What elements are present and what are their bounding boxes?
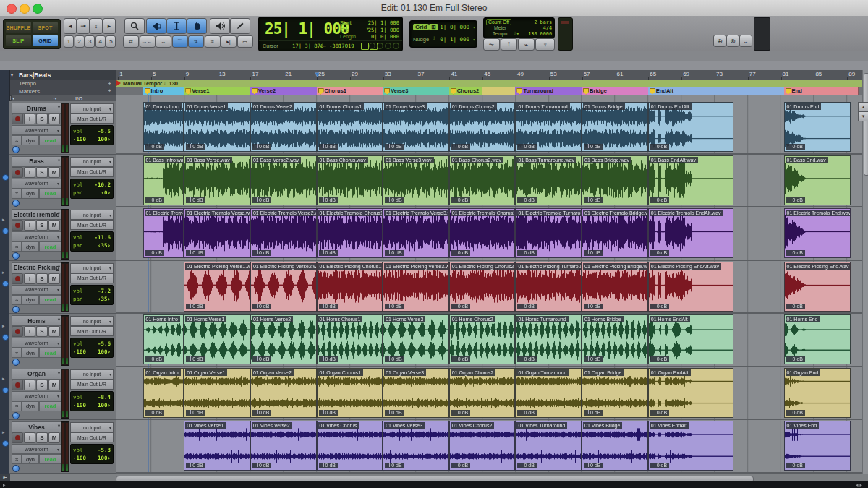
track-view-dropdown-icon[interactable]: ▾ [57, 447, 59, 452]
zoom-preset-3-button[interactable]: 3 [85, 35, 95, 48]
bottom-right-icons[interactable]: ◂ ▸ [856, 481, 862, 488]
input-monitor-button[interactable]: I [24, 432, 35, 443]
clip-gain-badge[interactable]: 0 dB [786, 144, 805, 150]
audio-clip[interactable]: 01 Horns Verse20 dB [250, 314, 317, 364]
input-monitor-button[interactable]: I [24, 273, 35, 284]
zoom-out-horizontal-button[interactable]: ◂ [64, 18, 77, 34]
solo-button[interactable]: S [36, 220, 48, 231]
clip-gain-badge[interactable]: 0 dB [252, 304, 271, 309]
clip-gain-badge[interactable]: 0 dB [650, 356, 669, 362]
clip-gain-badge[interactable]: 0 dB [186, 250, 205, 256]
track-name[interactable]: Drums▾ [12, 103, 61, 114]
track-view-dropdown-icon[interactable]: ▾ [57, 393, 59, 398]
audio-clip[interactable]: 01 Horns Verse10 dB [184, 314, 250, 364]
meter-options-icon[interactable]: ◔▾ [52, 95, 57, 100]
clip-gain-badge[interactable]: 0 dB [319, 356, 338, 362]
audio-clip[interactable]: 01 Drums Intro0 dB [143, 102, 184, 152]
clip-gain-badge[interactable]: 0 dB [517, 144, 536, 150]
audio-clip[interactable]: 01 Drums Verse20 dB [250, 102, 317, 152]
grid-value[interactable]: 1| 0| 000 [440, 24, 469, 30]
clip-gain-badge[interactable]: 0 dB [650, 250, 669, 256]
input-monitor-button[interactable]: I [24, 380, 35, 390]
audio-clip[interactable]: 01 Organ Chorus10 dB [317, 368, 383, 418]
mute-button[interactable]: M [48, 220, 60, 231]
track-name-dropdown-icon[interactable]: ▾ [58, 423, 60, 428]
clip-gain-badge[interactable]: 0 dB [650, 410, 669, 416]
clip-gain-badge[interactable]: 0 dB [145, 144, 164, 150]
audio-clip[interactable]: 01 Electric Picking Chorus1.wav0 dB [317, 262, 383, 312]
audio-clip[interactable]: 01 Bass Verse3.wav0 dB [383, 155, 449, 205]
pan-value[interactable]: ‹35› [98, 296, 111, 302]
main-counter[interactable]: 25| 1| 000 ▾ Start Start End Length 25| … [258, 17, 403, 51]
audio-clip[interactable]: 01 Electric Picking Verse2.wav0 dB [250, 262, 317, 312]
vertical-scrollbar[interactable] [862, 70, 868, 474]
audio-clip[interactable]: 01 Horns EndAlt0 dB [648, 314, 734, 364]
audio-clip[interactable]: 01 Vibes End0 dB [784, 421, 851, 471]
automation-mode-selector[interactable]: read [39, 189, 61, 199]
vertical-scrollbar-thumb[interactable] [864, 73, 868, 176]
freeze-icon[interactable] [12, 359, 20, 366]
audio-clip[interactable]: 01 Drums EndAlt0 dB [648, 102, 734, 152]
dyn-button[interactable]: dyn [22, 135, 39, 145]
freeze-icon[interactable] [12, 306, 20, 313]
vertical-zoom-out-button[interactable]: ▾ [858, 111, 868, 121]
automation-mode-selector[interactable]: read [39, 135, 61, 145]
insertion-follows-playback-button[interactable]: ⇅ [188, 35, 204, 48]
clip-gain-badge[interactable]: 0 dB [517, 356, 536, 362]
clip-gain-badge[interactable]: 0 dB [319, 144, 338, 150]
edit-lanes[interactable]: 01 Drums Intro0 dB01 Drums Verse10 dB01 … [116, 95, 862, 474]
clip-gain-badge[interactable]: 0 dB [451, 463, 470, 468]
clip-gain-badge[interactable]: 0 dB [451, 304, 470, 309]
audio-clip[interactable]: 01 Horns Bridge0 dB [582, 314, 648, 364]
marker-end[interactable]: End [784, 87, 859, 95]
track-view-dropdown-icon[interactable]: ▾ [57, 287, 59, 292]
clip-gain-badge[interactable]: 0 dB [145, 250, 164, 256]
start-value[interactable]: 25| 1| 000 [368, 20, 399, 27]
clip-gain-badge[interactable]: 0 dB [385, 144, 404, 150]
track-view-dropdown-icon[interactable]: ▾ [57, 128, 59, 133]
mute-button[interactable]: M [48, 273, 60, 284]
audio-clip[interactable]: 01 Electric Tremolo Verse.wav0 dB [184, 208, 250, 258]
mute-button[interactable]: M [48, 326, 60, 337]
mute-button[interactable]: M [48, 167, 60, 178]
vol-value[interactable]: -5.3 [98, 447, 111, 453]
tab-to-transient-button[interactable]: ⇄ [123, 35, 139, 48]
pan-right-value[interactable]: 100› [98, 348, 111, 355]
markers-ruler-label[interactable]: Markers [19, 88, 40, 95]
record-enable-button[interactable] [12, 167, 23, 178]
track-view-selector[interactable]: waveform▾ [12, 179, 61, 189]
audio-clip[interactable]: 01 Organ Turnaround0 dB [515, 368, 582, 418]
audio-clip[interactable]: 01 Organ End0 dB [784, 368, 851, 418]
track-name-dropdown-icon[interactable]: ▾ [58, 317, 60, 322]
input-dropdown-icon[interactable]: ▾ [109, 159, 111, 164]
nudge-value[interactable]: 0| 1| 000 [440, 36, 469, 43]
output-selector[interactable]: Main Out L/R [70, 220, 114, 230]
track-header-electric-picking[interactable]: Electric Picking▾ISMwaveform▾≈dynreadno … [9, 261, 116, 314]
track-view-dropdown-icon[interactable]: ▾ [57, 181, 59, 186]
mute-button[interactable]: M [48, 432, 60, 443]
input-dropdown-icon[interactable]: ▾ [109, 213, 111, 218]
automation-mode-selector[interactable]: read [39, 348, 61, 358]
clip-gain-badge[interactable]: 0 dB [252, 410, 271, 416]
vol-pan-display[interactable]: vol-5.3‹100100› [70, 444, 114, 464]
audio-clip[interactable]: 01 Organ Verse30 dB [383, 368, 449, 418]
input-dropdown-icon[interactable]: ▾ [109, 106, 111, 111]
audio-clip[interactable]: 01 Drums Verse30 dB [383, 102, 449, 152]
clip-gain-badge[interactable]: 0 dB [385, 356, 404, 362]
track-name-dropdown-icon[interactable]: ▾ [58, 370, 60, 375]
track-header-horns[interactable]: Horns▾ISMwaveform▾≈dynreadno input▾Main … [9, 314, 116, 367]
audio-clip[interactable]: 01 Electric Tremolo Chorus1.wav0 dB [317, 208, 383, 258]
elastic-audio-button[interactable]: ≈ [12, 241, 22, 252]
input-selector[interactable]: no input▾ [70, 316, 114, 326]
zoom-preset-5-button[interactable]: 5 [106, 35, 116, 48]
group-expand-icon[interactable]: ▸ [2, 217, 5, 223]
freeze-icon[interactable] [12, 200, 20, 207]
audio-clip[interactable]: 01 Bass Verse.wav0 dB [184, 155, 250, 205]
clip-effects-button[interactable]: ▭ [237, 35, 253, 48]
record-enable-button[interactable] [12, 114, 23, 124]
track-header-vibes[interactable]: Vibes▾ISMwaveform▾≈dynreadno input▾Main … [9, 420, 116, 474]
track-name-dropdown-icon[interactable]: ▾ [58, 210, 60, 215]
input-selector[interactable]: no input▾ [70, 210, 114, 220]
clip-gain-badge[interactable]: 0 dB [319, 463, 338, 468]
clip-gain-badge[interactable]: 0 dB [385, 304, 404, 309]
